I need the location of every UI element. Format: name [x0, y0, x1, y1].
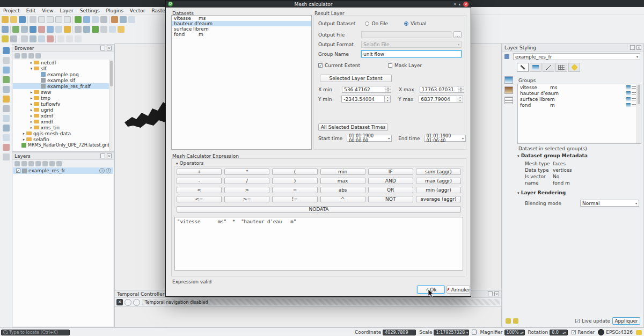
- tree-item-example-res-fr-slf[interactable]: example_res_fr.slf: [13, 83, 113, 89]
- on-file-radio[interactable]: [365, 21, 369, 26]
- new-shapefile-icon[interactable]: [75, 26, 82, 33]
- minimize-icon[interactable]: ▾: [454, 2, 456, 6]
- menu-project[interactable]: Project: [0, 8, 23, 13]
- op-abs-button[interactable]: abs: [320, 187, 365, 193]
- add-wfs-layer-icon[interactable]: [64, 26, 71, 33]
- paste-features-icon[interactable]: [75, 35, 82, 42]
- data-source-manager-icon[interactable]: [2, 26, 9, 33]
- group-shading-icon[interactable]: [626, 91, 631, 96]
- identify-icon[interactable]: [83, 16, 90, 23]
- lock-scale-icon[interactable]: [472, 330, 477, 335]
- menu-layer[interactable]: Layer: [57, 8, 77, 13]
- snapping-icon[interactable]: [3, 125, 10, 132]
- undo-style-icon[interactable]: [506, 318, 511, 324]
- scale-field[interactable]: 1:179257328▾: [434, 330, 469, 335]
- color-ramp-shading-icon[interactable]: [504, 76, 513, 84]
- op-divide-button[interactable]: /: [224, 178, 269, 184]
- render-checkbox[interactable]: ✓: [572, 330, 576, 334]
- dataset-row-vitesse[interactable]: vitessems: [172, 16, 311, 21]
- op-average-aggr-button[interactable]: average (aggr): [416, 196, 461, 202]
- op-multiply-button[interactable]: *: [224, 169, 269, 175]
- expand-arrow-icon[interactable]: ▸: [29, 90, 34, 94]
- add-postgis-layer-icon[interactable]: [47, 26, 54, 33]
- expand-arrow-icon[interactable]: ▸: [29, 102, 34, 106]
- open-project-icon[interactable]: [10, 16, 17, 23]
- elevation-icon[interactable]: [3, 144, 10, 151]
- tree-item-qgis-mesh-data[interactable]: ▸qgis-mesh-data: [13, 130, 113, 136]
- styling-close-icon[interactable]: ×: [636, 45, 641, 50]
- mask-layer-checkbox[interactable]: [388, 63, 392, 68]
- dataset-row-hauteur[interactable]: hauteur d'eaum: [172, 21, 311, 26]
- group-row-surface[interactable]: surface librem: [518, 96, 641, 102]
- group-row-hauteur[interactable]: hauteur d'eaum: [518, 90, 641, 96]
- tree-item-netcdf[interactable]: ▸netcdf: [13, 60, 113, 65]
- temporal-icon[interactable]: [3, 134, 10, 141]
- processing-toolbox-icon[interactable]: [109, 26, 116, 33]
- group-shading-icon[interactable]: [626, 97, 631, 101]
- group-shading-icon[interactable]: [626, 85, 631, 90]
- menu-plugins[interactable]: Plugins: [103, 8, 127, 13]
- op-plus-button[interactable]: +: [177, 169, 222, 175]
- expand-arrow-icon[interactable]: ▸: [29, 96, 34, 100]
- group-contour-icon[interactable]: [632, 97, 636, 101]
- attributes-table-icon[interactable]: [120, 16, 127, 23]
- vector-toolbox-icon[interactable]: [3, 47, 10, 54]
- tree-item-ugrid[interactable]: ▸ugrid: [13, 107, 113, 113]
- start-time-select[interactable]: 01.01.1900 00:00:00▾: [347, 135, 392, 142]
- open-layer-styling-icon[interactable]: [14, 161, 20, 166]
- label-toolbar-icon[interactable]: [3, 105, 10, 112]
- vertex-tool-icon[interactable]: [30, 35, 36, 42]
- dataset-row-fond[interactable]: fondm: [172, 32, 311, 37]
- group-contour-icon[interactable]: [632, 85, 636, 90]
- output-file-input[interactable]: [361, 31, 451, 38]
- terrain-ramp-icon[interactable]: [504, 86, 513, 94]
- groups-scrollbar[interactable]: [636, 84, 641, 143]
- op-not-button[interactable]: NOT: [368, 196, 413, 202]
- op-less-button[interactable]: <: [177, 187, 222, 193]
- xmax-spinbox[interactable]: 17763.07031▴▾: [420, 86, 464, 93]
- select-features-icon[interactable]: [92, 16, 99, 23]
- help-icon[interactable]: [3, 154, 10, 160]
- group-contour-icon[interactable]: [632, 103, 636, 107]
- xmin-spinbox[interactable]: 536.47162▴▾: [342, 86, 391, 93]
- zoom-last-icon[interactable]: [64, 16, 71, 23]
- delete-selected-icon[interactable]: [47, 35, 54, 42]
- group-shading-icon[interactable]: [626, 103, 631, 107]
- tab-lines-icon[interactable]: [543, 63, 554, 72]
- cut-features-icon[interactable]: [57, 35, 64, 42]
- save-project-icon[interactable]: [19, 16, 26, 23]
- op-greater-button[interactable]: >: [224, 187, 269, 193]
- shape-digitizing-icon[interactable]: [3, 67, 10, 74]
- new-geopackage-icon[interactable]: [83, 26, 90, 33]
- browser-refresh-icon[interactable]: [14, 53, 20, 59]
- expand-arrow-icon[interactable]: ▸: [29, 120, 34, 124]
- selection-toolbar-icon[interactable]: [3, 115, 10, 122]
- group-name-input[interactable]: unit flow: [361, 50, 462, 57]
- georeferencer-icon[interactable]: [3, 96, 10, 103]
- collapse-arrow-icon[interactable]: ▾: [29, 67, 34, 71]
- maximize-icon[interactable]: ▴: [458, 2, 460, 6]
- end-time-select[interactable]: 01.01.1900 01:06:40▾: [424, 135, 466, 142]
- op-max-button[interactable]: max: [320, 178, 365, 184]
- apply-button[interactable]: Appliquer: [612, 317, 640, 325]
- dialog-titlebar[interactable]: Q Mesh calculator ▾ ▴ ×: [166, 1, 471, 8]
- layers-float-icon[interactable]: [100, 154, 105, 158]
- tab-mesh-frame-icon[interactable]: [555, 63, 567, 72]
- temporal-float-icon[interactable]: [488, 291, 493, 296]
- remove-layer-icon[interactable]: [56, 161, 62, 166]
- menu-view[interactable]: View: [39, 8, 56, 13]
- menu-edit[interactable]: Edit: [23, 8, 39, 13]
- move-feature-icon[interactable]: [38, 35, 45, 42]
- refresh-icon[interactable]: [75, 16, 82, 23]
- browser-properties-icon[interactable]: [35, 53, 41, 59]
- add-raster-layer-icon[interactable]: [21, 26, 28, 33]
- op-not-equal-button[interactable]: !=: [272, 196, 317, 202]
- op-open-paren-button[interactable]: (: [272, 169, 317, 175]
- op-less-equal-button[interactable]: <=: [177, 196, 222, 202]
- map-tips-icon[interactable]: [128, 16, 135, 23]
- layer-info-icon[interactable]: i: [99, 168, 105, 173]
- deselect-icon[interactable]: [100, 16, 107, 23]
- expand-arrow-icon[interactable]: ▸: [21, 137, 26, 142]
- tree-item-slf[interactable]: ▾slf: [13, 65, 113, 71]
- rendering-section-header[interactable]: ▾ Layer Rendering: [517, 190, 566, 195]
